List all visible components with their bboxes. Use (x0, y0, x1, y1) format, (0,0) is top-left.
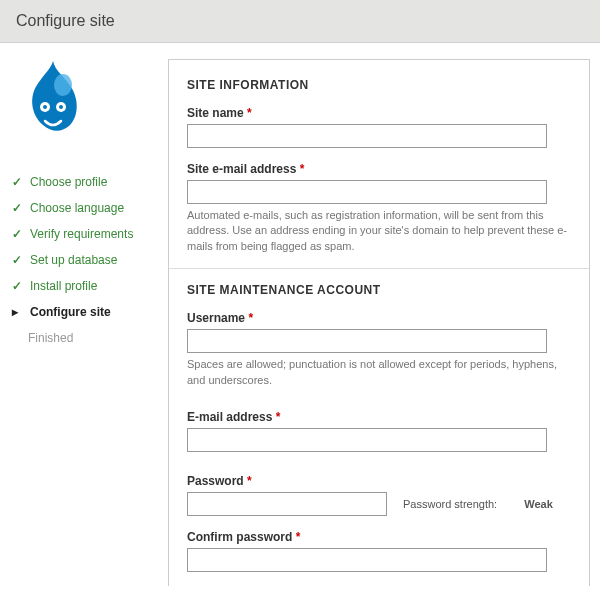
password-strength-label: Password strength: (403, 498, 497, 510)
step-label: Configure site (30, 305, 111, 319)
maintenance-heading: SITE MAINTENANCE ACCOUNT (187, 283, 571, 297)
password-strength: Password strength: Weak (403, 498, 553, 510)
required-marker: * (247, 474, 252, 488)
password-input[interactable] (187, 492, 387, 516)
field-email: E-mail address * (187, 410, 571, 452)
username-help: Spaces are allowed; punctuation is not a… (187, 357, 567, 388)
svg-point-2 (43, 105, 47, 109)
step-label: Set up database (30, 253, 117, 267)
site-name-input[interactable] (187, 124, 547, 148)
check-icon: ✓ (12, 227, 24, 241)
step-label: Choose profile (30, 175, 107, 189)
step-verify-requirements: ✓ Verify requirements (10, 221, 150, 247)
step-label: Install profile (30, 279, 97, 293)
field-site-email: Site e-mail address * Automated e-mails,… (187, 162, 571, 254)
main-form: SITE INFORMATION Site name * Site e-mail… (168, 59, 590, 586)
username-label: Username * (187, 311, 571, 325)
field-confirm-password: Confirm password * (187, 530, 571, 572)
required-marker: * (276, 410, 281, 424)
step-label: Finished (28, 331, 73, 345)
section-divider (169, 268, 589, 269)
confirm-password-input[interactable] (187, 548, 547, 572)
arrow-icon: ▸ (12, 305, 24, 319)
sidebar: ✓ Choose profile ✓ Choose language ✓ Ver… (10, 59, 150, 586)
email-label: E-mail address * (187, 410, 571, 424)
site-email-help: Automated e-mails, such as registration … (187, 208, 567, 254)
password-strength-value: Weak (524, 498, 553, 510)
svg-point-3 (59, 105, 63, 109)
site-email-input[interactable] (187, 180, 547, 204)
required-marker: * (248, 311, 253, 325)
step-configure-site: ▸ Configure site (10, 299, 150, 325)
content: ✓ Choose profile ✓ Choose language ✓ Ver… (0, 43, 600, 586)
step-choose-profile: ✓ Choose profile (10, 169, 150, 195)
step-label: Choose language (30, 201, 124, 215)
site-info-heading: SITE INFORMATION (187, 78, 571, 92)
svg-point-4 (54, 74, 72, 96)
email-input[interactable] (187, 428, 547, 452)
step-choose-language: ✓ Choose language (10, 195, 150, 221)
step-install-profile: ✓ Install profile (10, 273, 150, 299)
step-finished: Finished (10, 325, 150, 351)
check-icon: ✓ (12, 253, 24, 267)
confirm-password-label: Confirm password * (187, 530, 571, 544)
page-header: Configure site (0, 0, 600, 43)
drupal-logo-icon (18, 59, 88, 139)
step-setup-database: ✓ Set up database (10, 247, 150, 273)
page-title: Configure site (16, 12, 584, 30)
required-marker: * (300, 162, 305, 176)
required-marker: * (296, 530, 301, 544)
site-name-label: Site name * (187, 106, 571, 120)
check-icon: ✓ (12, 175, 24, 189)
step-label: Verify requirements (30, 227, 133, 241)
check-icon: ✓ (12, 201, 24, 215)
field-site-name: Site name * (187, 106, 571, 148)
field-username: Username * Spaces are allowed; punctuati… (187, 311, 571, 388)
field-password: Password * Password strength: Weak (187, 474, 571, 516)
check-icon: ✓ (12, 279, 24, 293)
password-label: Password * (187, 474, 571, 488)
username-input[interactable] (187, 329, 547, 353)
site-email-label: Site e-mail address * (187, 162, 571, 176)
install-steps: ✓ Choose profile ✓ Choose language ✓ Ver… (10, 169, 150, 351)
required-marker: * (247, 106, 252, 120)
